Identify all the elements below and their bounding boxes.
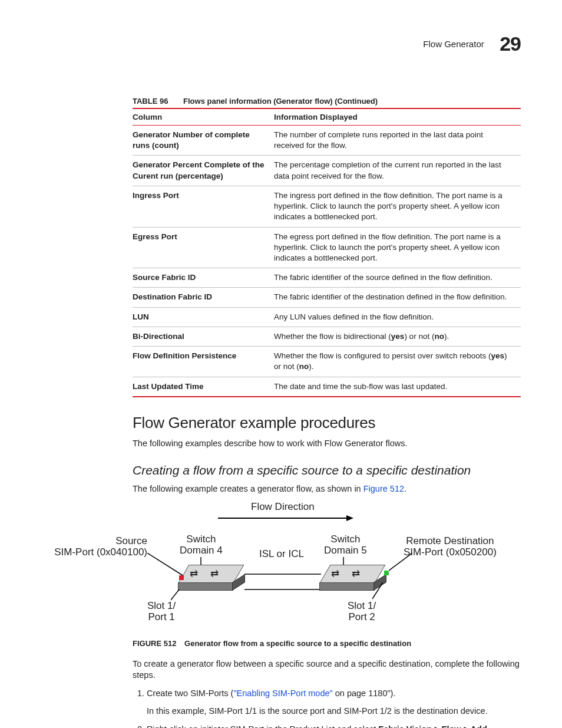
row-col: Bi-Directional [133,327,274,346]
table-row: Destination Fabric ID The fabric identif… [133,288,521,307]
section-label: Flow Generator [423,39,484,49]
row-col: Source Fabric ID [133,268,274,288]
isl-lines-icon [244,572,321,592]
svg-line-7 [389,553,412,571]
row-info: The percentage completion of the current… [274,156,521,186]
svg-marker-1 [346,515,353,521]
row-info: Any LUN values defined in the flow defin… [274,307,521,327]
flow-diagram: Flow Direction Source SIM-Port (0x040100… [41,501,521,637]
dest-port-dot-icon [384,571,389,575]
sim-port-mode-link[interactable]: "Enabling SIM-Port mode" [233,689,332,698]
row-col: LUN [133,307,274,327]
row-info: Whether the flow is configured to persis… [274,347,521,377]
slot2-label: Slot 1/ Port 2 [348,600,376,623]
page-header: Flow Generator 29 [41,32,521,55]
row-col: Generator Percent Complete of the Curent… [133,156,274,186]
heading-procedures: Flow Generator example procedures [133,414,521,432]
flow-direction-label: Flow Direction [251,501,315,513]
table-head-info: Information Displayed [274,108,521,126]
table-row: Last Updated Time The date and time the … [133,377,521,397]
svg-line-9 [372,582,383,599]
row-info: The date and time the sub-flow was last … [274,377,521,397]
table-row: Source Fabric ID The fabric identifier o… [133,268,521,288]
table-row: Flow Definition Persistence Whether the … [133,347,521,377]
svg-line-8 [171,589,179,600]
step-1-detail: In this example, SIM-Port 1/1 is the sou… [147,705,521,717]
slot1-leader-line [171,589,183,601]
heading-creating-flow: Creating a flow from a specific source t… [133,463,521,477]
isl-label: ISL or ICL [259,548,304,560]
row-col: Egress Port [133,227,274,268]
row-col: Generator Number of complete runs (count… [133,126,274,156]
table-title: Flows panel information (Generator flow)… [183,97,378,106]
row-col: Destination Fabric ID [133,288,274,307]
slot2-leader-line [371,582,383,600]
para-steps-intro: To create a generator flow between a spe… [133,658,521,681]
flow-direction-arrow-icon [218,514,353,522]
slot1-label: Slot 1/ Port 1 [147,600,176,623]
figure-title: Generator flow from a specific source to… [184,639,411,648]
row-col: Ingress Port [133,186,274,227]
table-row: Bi-Directional Whether the flow is bidir… [133,327,521,346]
table-row: Generator Percent Complete of the Curent… [133,156,521,186]
figure-caption: FIGURE 512 Generator flow from a specifi… [133,639,521,648]
table-label: TABLE 96 [133,97,168,106]
row-info: The ingress port defined in the flow def… [274,186,521,227]
switch4-label: Switch Domain 4 [180,533,223,556]
switch5-label: Switch Domain 5 [324,533,367,556]
source-port-dot-icon [179,575,184,580]
table-row: LUN Any LUN values defined in the flow d… [133,307,521,327]
switch4-icon: ⇄ ⇄ [178,565,243,589]
chapter-number: 29 [500,32,521,55]
step-2: Right-click an initiator SIM-Port in the… [147,723,521,728]
table-row: Egress Port The egress port defined in t… [133,227,521,268]
table-caption: TABLE 96 Flows panel information (Genera… [133,97,521,106]
table-row: Ingress Port The ingress port defined in… [133,186,521,227]
steps-list: Create two SIM-Ports ("Enabling SIM-Port… [133,687,521,728]
source-label: Source SIM-Port (0x040100) [41,535,147,558]
figure-label: FIGURE 512 [133,639,176,648]
source-leader-line [147,553,183,577]
destination-label: Remote Destination SIM-Port (0x050200) [404,535,497,558]
step-1: Create two SIM-Ports ("Enabling SIM-Port… [147,687,521,717]
row-info: The fabric identifier of the source defi… [274,268,521,288]
row-info: The fabric identifier of the destination… [274,288,521,307]
row-col: Last Updated Time [133,377,274,397]
row-col: Flow Definition Persistence [133,347,274,377]
flows-panel-table: Column Information Displayed Generator N… [133,108,521,397]
para-example: The following example creates a generato… [133,483,521,495]
table-row: Generator Number of complete runs (count… [133,126,521,156]
row-info: The number of complete runs reported in … [274,126,521,156]
dest-leader-line [389,553,412,571]
table-head-column: Column [133,108,274,126]
figure-link[interactable]: Figure 512 [363,484,404,493]
row-info: Whether the flow is bidirectional (yes) … [274,327,521,346]
row-info: The egress port defined in the flow defi… [274,227,521,268]
svg-line-2 [147,553,183,575]
menu-path: Fabric Vision > Flow > Add [378,724,487,728]
para-intro: The following examples describe how to w… [133,438,521,450]
